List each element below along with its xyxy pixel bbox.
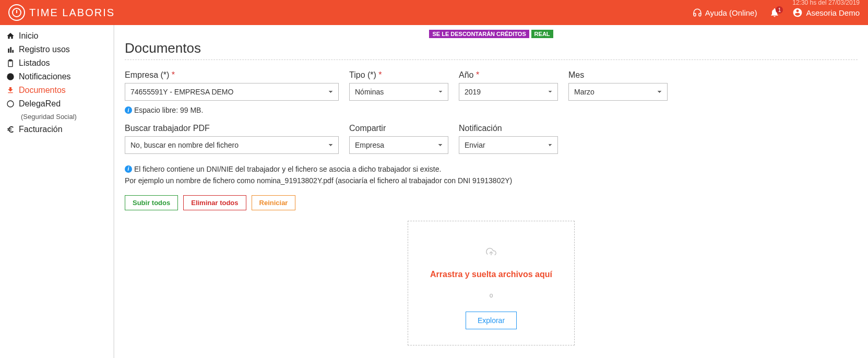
info-icon: i — [125, 165, 132, 173]
espacio-libre-info: i Espacio libre: 99 MB. — [125, 106, 339, 114]
mes-select[interactable]: Marzo — [568, 83, 668, 101]
sidebar: Inicio Registro usos Listados Notificaci… — [0, 25, 114, 358]
sidebar-item-facturacion[interactable]: Facturación — [0, 123, 113, 136]
buscar-label: Buscar trabajador PDF — [125, 124, 339, 133]
user-menu[interactable]: Asesoria Demo — [792, 7, 860, 18]
form-row-1: Empresa (*) * 74655591Y - EMPRESA DEMO i… — [125, 70, 858, 114]
buscar-select[interactable]: No, buscar en nombre del fichero — [125, 136, 339, 154]
field-notificacion: Notificación Enviar — [459, 124, 558, 154]
notif-count-badge: 1 — [776, 6, 783, 14]
reiniciar-button[interactable]: Reiniciar — [252, 195, 296, 210]
user-icon — [792, 7, 803, 18]
circle-icon — [6, 100, 15, 108]
info-line-2: Por ejemplo un nombre de fichero como no… — [125, 175, 858, 186]
svg-point-2 — [7, 101, 14, 107]
help-label: Ayuda (Online) — [705, 8, 757, 17]
sidebar-item-label: Facturación — [19, 125, 63, 134]
help-link[interactable]: Ayuda (Online) — [693, 8, 757, 17]
credits-badge: SE LE DESCONTARÁN CRÉDITOS — [429, 30, 529, 38]
field-buscar: Buscar trabajador PDF No, buscar en nomb… — [125, 124, 339, 154]
sidebar-item-label: Registro usos — [19, 45, 70, 54]
compartir-select[interactable]: Empresa — [349, 136, 448, 154]
main-content: SE LE DESCONTARÁN CRÉDITOS REAL Document… — [114, 25, 868, 358]
file-dropzone[interactable]: Arrastra y suelta archivos aquí o Explor… — [408, 221, 575, 345]
field-ano: Año * 2019 — [459, 70, 558, 114]
action-buttons: Subir todos Eliminar todos Reiniciar — [125, 195, 858, 210]
header-datetime: 12:30 hs del 27/03/2019 — [792, 0, 860, 6]
sidebar-item-inicio[interactable]: Inicio — [0, 29, 113, 43]
clock-icon — [8, 4, 25, 21]
user-label: Asesoria Demo — [806, 8, 860, 17]
svg-point-1 — [7, 73, 14, 80]
page-title: Documentos — [125, 40, 858, 60]
dropzone-separator: o — [419, 292, 564, 299]
empresa-select[interactable]: 74655591Y - EMPRESA DEMO — [125, 83, 339, 101]
notifications-button[interactable]: 1 — [769, 7, 780, 18]
tipo-select[interactable]: Nóminas — [349, 83, 448, 101]
headset-icon — [693, 8, 702, 17]
status-badges: SE LE DESCONTARÁN CRÉDITOS REAL — [125, 29, 858, 38]
info-text: i El fichero contiene un DNI/NIE del tra… — [125, 163, 858, 187]
sidebar-item-label: DelegaRed — [19, 99, 61, 109]
sidebar-item-label: Inicio — [19, 31, 38, 41]
notificacion-label: Notificación — [459, 124, 558, 133]
explorar-button[interactable]: Explorar — [466, 312, 517, 329]
info-icon: i — [125, 106, 132, 114]
field-empresa: Empresa (*) * 74655591Y - EMPRESA DEMO i… — [125, 70, 339, 114]
sidebar-item-listados[interactable]: Listados — [0, 56, 113, 70]
ano-select[interactable]: 2019 — [459, 83, 558, 101]
mes-label: Mes — [568, 70, 668, 80]
euro-icon — [6, 125, 15, 134]
field-tipo: Tipo (*) * Nóminas — [349, 70, 448, 114]
cloud-upload-icon — [419, 247, 564, 259]
dropzone-title: Arrastra y suelta archivos aquí — [419, 270, 564, 279]
sidebar-item-documentos[interactable]: Documentos — [0, 83, 113, 97]
real-badge: REAL — [531, 30, 553, 38]
download-icon — [6, 86, 15, 94]
info-circle-icon — [6, 73, 15, 81]
empresa-label: Empresa (*) * — [125, 70, 339, 80]
home-icon — [6, 32, 15, 40]
sidebar-item-delegared[interactable]: DelegaRed (Seguridad Social) — [0, 97, 113, 123]
field-mes: Mes Marzo — [568, 70, 668, 114]
eliminar-todos-button[interactable]: Eliminar todos — [183, 195, 246, 210]
notificacion-select[interactable]: Enviar — [459, 136, 558, 154]
sidebar-item-label: Notificaciones — [19, 72, 71, 81]
sidebar-item-notificaciones[interactable]: Notificaciones — [0, 70, 113, 83]
sidebar-item-label: Listados — [19, 58, 50, 68]
compartir-label: Compartir — [349, 124, 448, 133]
field-compartir: Compartir Empresa — [349, 124, 448, 154]
brand-logo[interactable]: TIME LABORIS — [8, 4, 115, 21]
info-line-1: El fichero contiene un DNI/NIE del traba… — [134, 163, 441, 175]
tipo-label: Tipo (*) * — [349, 70, 448, 80]
brand-text: TIME LABORIS — [29, 7, 115, 19]
form-row-2: Buscar trabajador PDF No, buscar en nomb… — [125, 124, 858, 154]
bar-chart-icon — [6, 45, 15, 54]
subir-todos-button[interactable]: Subir todos — [125, 195, 178, 210]
sidebar-item-label: Documentos — [19, 86, 66, 95]
clipboard-icon — [6, 59, 15, 67]
app-header: 12:30 hs del 27/03/2019 TIME LABORIS Ayu… — [0, 0, 868, 25]
ano-label: Año * — [459, 70, 558, 80]
sidebar-item-registro[interactable]: Registro usos — [0, 43, 113, 56]
sidebar-item-sublabel: (Seguridad Social) — [6, 113, 107, 121]
